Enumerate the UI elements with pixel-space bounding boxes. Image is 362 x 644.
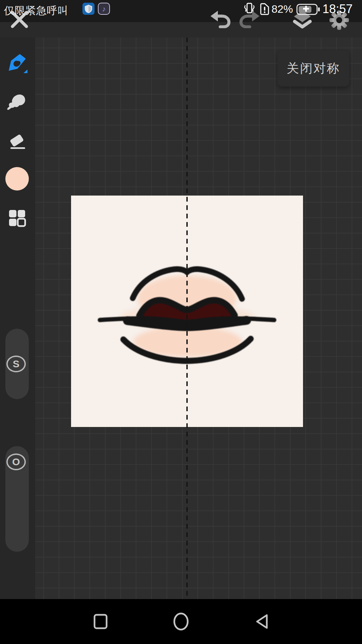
pen-submenu-triangle xyxy=(23,69,27,73)
tool-sidebar: S O xyxy=(0,38,35,599)
android-nav-bar xyxy=(0,599,362,644)
vibrate-icon xyxy=(243,2,256,15)
battery-percent: 82% xyxy=(272,3,293,15)
smudge-icon xyxy=(7,95,25,110)
carrier-status-text: 仅限紧急呼叫 xyxy=(4,4,68,18)
undo-icon xyxy=(210,11,229,27)
close-symmetry-button[interactable]: 关闭对称 xyxy=(278,50,349,87)
back-button[interactable] xyxy=(254,613,269,630)
back-triangle-icon xyxy=(257,615,267,628)
battery-charging-icon xyxy=(296,4,320,15)
recents-button[interactable] xyxy=(93,613,108,630)
shield-app-icon xyxy=(82,3,95,15)
clock-text: 18:57 xyxy=(322,2,353,16)
phone-screen: 关闭对称 xyxy=(0,0,362,644)
home-button[interactable] xyxy=(172,612,190,631)
svg-text:♪: ♪ xyxy=(102,5,106,13)
recents-square-icon xyxy=(95,615,107,628)
sim-warning-icon xyxy=(259,3,269,15)
color-swatch-button[interactable] xyxy=(5,167,29,191)
eraser-icon xyxy=(10,134,25,149)
grid-icon xyxy=(9,210,25,226)
music-app-icon: ♪ xyxy=(98,3,110,15)
more-tools-button[interactable] xyxy=(6,207,28,229)
undo-button[interactable] xyxy=(210,11,231,28)
pen-tool-button[interactable] xyxy=(6,52,28,73)
pen-icon xyxy=(9,54,27,73)
opacity-slider-thumb[interactable]: O xyxy=(6,453,26,470)
home-circle-icon xyxy=(174,613,188,630)
symmetry-axis-line xyxy=(185,38,189,599)
smudge-tool-button[interactable] xyxy=(6,91,28,113)
eraser-tool-button[interactable] xyxy=(6,130,28,152)
size-slider-thumb[interactable]: S xyxy=(6,356,26,372)
